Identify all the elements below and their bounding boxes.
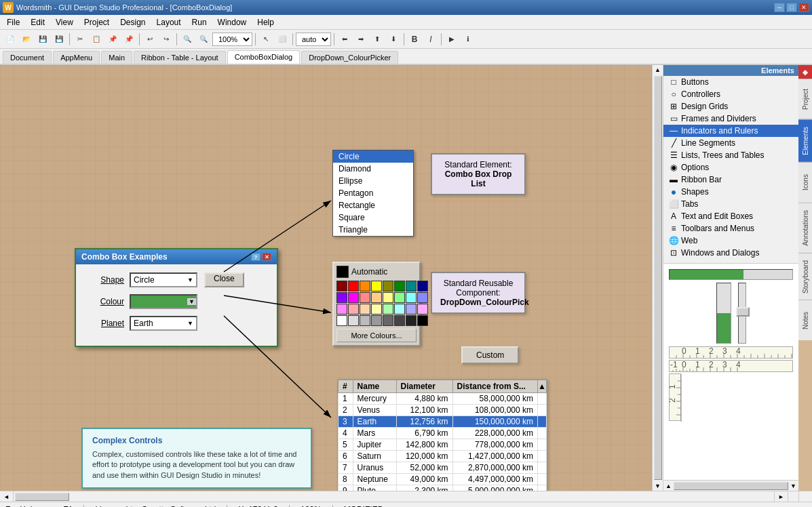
color-swatch[interactable] [417,304,428,315]
panel-item-text-edit-boxes[interactable]: A Text and Edit Boxes [663,210,798,222]
color-swatch[interactable] [417,315,428,326]
slider-thumb[interactable] [736,307,750,317]
panel-item-buttons[interactable]: □ Buttons [663,76,798,88]
combo-box-dialog[interactable]: Combo Box Examples ? ✕ Shape Circle ▼ Cl… [75,248,278,347]
paste-btn[interactable]: 📌 [105,32,120,47]
select-btn[interactable]: ⬜ [275,32,290,47]
color-swatch[interactable] [394,315,405,326]
italic-btn[interactable]: I [423,32,438,47]
dropdown-item-circle[interactable]: Circle [333,150,413,163]
table-row[interactable]: 8 Neptune 49,000 km 4,497,000,000 km [339,474,547,485]
hscroll-right-btn[interactable]: ► [774,491,788,502]
close-button[interactable]: Close [204,272,244,287]
hscroll-left-btn[interactable]: ◄ [0,491,14,502]
save-all-btn[interactable]: 💾 [52,32,66,47]
color-swatch[interactable] [371,292,382,303]
panel-item-indicators-rulers[interactable]: — Indicators and Rulers [663,125,798,137]
new-btn[interactable]: 📄 [3,32,18,47]
side-tab-icons[interactable]: Icons [798,162,812,203]
color-swatch[interactable] [417,292,428,303]
dropdown-item-triangle[interactable]: Triangle [333,224,413,236]
dropdown-item-pentagon[interactable]: Pentagon [333,187,413,199]
menu-layout[interactable]: Layout [151,16,187,28]
auto-dropdown[interactable]: auto [296,33,331,46]
panel-scroll-thumb[interactable] [674,482,788,490]
panel-item-shapes[interactable]: ● Shapes [663,186,798,198]
tab-document[interactable]: Document [3,51,52,64]
color-swatch[interactable] [336,281,347,291]
bold-btn[interactable]: B [407,32,422,47]
table-row[interactable]: 5 Jupiter 142,800 km 778,000,000 km [339,439,547,451]
color-swatch[interactable] [348,304,359,315]
color-swatch[interactable] [383,315,393,326]
color-swatch[interactable] [348,292,359,303]
canvas-area[interactable]: Circle Diamond Ellipse Pentagon Rectangl… [0,65,652,491]
panel-item-toolbars-menus[interactable]: ≡ Toolbars and Menus [663,222,798,235]
color-swatch[interactable] [406,315,417,326]
table-row[interactable]: 6 Saturn 120,000 km 1,427,000,000 km [339,451,547,462]
tab-main[interactable]: Main [101,51,132,64]
panel-item-design-grids[interactable]: ⊞ Design Grids [663,100,798,113]
color-swatch[interactable] [394,281,405,291]
slider-track[interactable] [738,283,746,344]
dialog-minimize-btn[interactable]: ? [251,253,260,261]
color-swatch[interactable] [336,304,347,315]
tab-ribbon-table-layout[interactable]: Ribbon - Table - Layout [134,51,226,64]
align-bottom-btn[interactable]: ⬇ [386,32,401,47]
dropdown-item-rectangle[interactable]: Rectangle [333,199,413,211]
side-tab-project[interactable]: Project [798,79,812,119]
side-tab-annotations[interactable]: Annotations [798,203,812,253]
save-btn[interactable]: 💾 [35,32,50,47]
custom-button[interactable]: Custom [461,346,519,364]
color-swatch[interactable] [371,281,382,291]
color-swatch[interactable] [383,281,393,291]
color-picker-dropdown[interactable]: Automatic [332,262,421,346]
copy-btn[interactable]: 📋 [89,32,104,47]
side-tab-storyboard[interactable]: Storyboard [798,253,812,300]
cut-btn[interactable]: ✂ [73,32,88,47]
pointer-btn[interactable]: ↖ [258,32,273,47]
dialog-close-btn[interactable]: ✕ [262,253,271,261]
color-swatch[interactable] [348,315,359,326]
zoom-out-btn[interactable]: 🔍 [180,32,195,47]
planet-select-arrow[interactable]: ▼ [187,320,193,327]
zoom-dropdown[interactable]: 100% 75% 50% 150% [212,33,252,46]
undo-btn[interactable]: ↩ [142,32,157,47]
menu-design[interactable]: Design [115,16,151,28]
dialog-title-bar[interactable]: Combo Box Examples ? ✕ [76,249,277,264]
menu-file[interactable]: File [1,16,25,28]
colour-select-arrow[interactable]: ▼ [187,298,196,305]
align-left-btn[interactable]: ⬅ [337,32,352,47]
side-tab-elements[interactable]: Elements [798,119,812,162]
dropdown-item-diamond[interactable]: Diamond [333,163,413,175]
scroll-up-btn[interactable]: ▲ [655,66,661,73]
color-swatch[interactable] [406,304,417,315]
menu-run[interactable]: Run [187,16,212,28]
table-row[interactable]: 1 Mercury 4,880 km 58,000,000 km [339,393,547,405]
menu-help[interactable]: Help [252,16,279,28]
color-swatch[interactable] [360,304,370,315]
side-tab-notes[interactable]: Notes [798,300,812,340]
align-right-btn[interactable]: ➡ [353,32,368,47]
panel-scroll-up[interactable]: ▲ [663,483,674,489]
tab-dropdown-colourpicker[interactable]: DropDown_ColourPicker [301,51,398,64]
scroll-thumb[interactable] [654,76,662,480]
run-btn[interactable]: ▶ [444,32,459,47]
more-colors-button[interactable]: More Colours... [336,329,417,342]
auto-color-swatch[interactable] [336,266,349,278]
shape-select-arrow[interactable]: ▼ [187,277,193,283]
hscroll-thumb[interactable] [15,493,69,501]
color-swatch[interactable] [336,315,347,326]
table-row[interactable]: 7 Uranus 52,000 km 2,870,000,000 km [339,462,547,474]
color-swatch[interactable] [360,292,370,303]
scroll-down-btn[interactable]: ▼ [655,483,661,489]
tab-appmenu[interactable]: AppMenu [53,51,100,64]
table-row[interactable]: 3 Earth 12,756 km 150,000,000 km [339,416,547,428]
open-btn[interactable]: 📂 [19,32,34,47]
redo-btn[interactable]: ↪ [159,32,174,47]
color-swatch[interactable] [348,281,359,291]
color-swatch[interactable] [371,304,382,315]
paste2-btn[interactable]: 📌 [121,32,136,47]
minimize-button[interactable]: ─ [774,3,785,12]
color-swatch[interactable] [406,281,417,291]
